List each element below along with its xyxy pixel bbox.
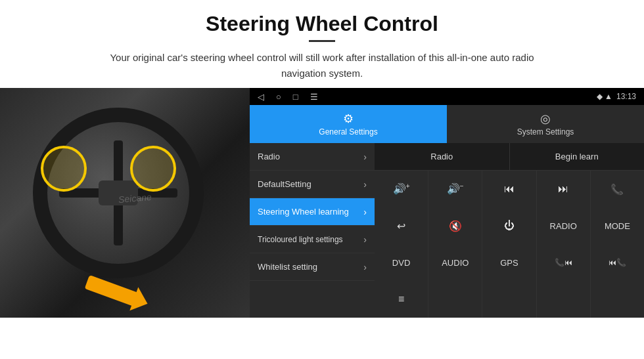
btn-empty-4 [591,281,644,318]
power-icon: ⏻ [504,220,515,232]
general-settings-icon: ⚙ [343,112,354,126]
ctrl-radio-label: Radio [375,143,510,170]
btn-list[interactable]: ≡ [375,281,428,318]
btn-mute[interactable]: 🔇 [428,207,482,244]
radio-btn-label: RADIO [550,221,577,231]
phone-icon: 📞 [610,183,624,196]
menu-icon[interactable]: ☰ [310,92,318,102]
vol-up-icon: 🔊+ [393,182,410,195]
home-icon[interactable]: ○ [276,92,281,102]
menu-label-steering: Steering Wheel learning [258,207,349,217]
highlight-circle-left [41,146,87,192]
status-bar: ◁ ○ □ ☰ ◆ ▲ 13:13 [250,88,644,105]
arrow-head [129,287,152,315]
btn-gps[interactable]: GPS [482,244,536,281]
btn-vol-down[interactable]: 🔊− [428,171,482,207]
ctrl-grid-row3: DVD AUDIO GPS 📞⏮ ⏮📞 [375,244,644,281]
btn-return[interactable]: ↩ [375,207,428,244]
controls-panel: Radio Begin learn 🔊+ 🔊− ⏮ [375,143,644,318]
status-right: ◆ ▲ 13:13 [597,92,636,101]
menu-item-tricolour[interactable]: Tricoloured light settings › [250,226,375,253]
mode-btn-label: MODE [605,221,630,231]
btn-call-prev[interactable]: 📞⏮ [537,244,590,281]
btn-power[interactable]: ⏻ [482,207,536,244]
radio-label-text: Radio [430,152,453,161]
chevron-icon-tricolour: › [363,234,367,245]
back-icon[interactable]: ◁ [258,92,264,102]
btn-empty-1 [428,281,482,318]
next-track-icon: ⏭ [558,183,568,195]
return-icon: ↩ [397,220,405,232]
arrow-indicator [85,284,138,298]
vol-down-icon: 🔊− [447,182,464,195]
prev-track-icon: ⏮ [504,183,515,195]
menu-label-tricolour: Tricoloured light settings [258,235,343,244]
clock: 13:13 [616,92,636,101]
btn-next-track[interactable]: ⏭ [537,171,590,207]
tab-general-label: General Settings [319,127,377,137]
btn-dvd[interactable]: DVD [375,244,428,281]
menu-label-radio: Radio [258,152,280,161]
page-header: Steering Wheel Control Your original car… [0,0,644,88]
begin-learn-label: Begin learn [555,152,599,161]
settings-body: Radio › DefaultSetting › Steering Wheel … [250,143,644,318]
menu-label-default: DefaultSetting [258,179,311,189]
menu-item-default[interactable]: DefaultSetting › [250,171,375,198]
call-next-icon: ⏮📞 [609,258,626,267]
sw-center-hub [99,180,138,205]
ctrl-grid-row4: ≡ [375,281,644,318]
main-content: Seicane ◁ ○ □ ☰ ◆ ▲ 13:13 ⚙ General Sett… [0,88,644,318]
recents-icon[interactable]: □ [293,92,298,102]
chevron-icon-whitelist: › [363,262,367,272]
settings-tabs: ⚙ General Settings ◎ System Settings [250,105,644,143]
btn-empty-2 [482,281,536,318]
audio-btn-label: AUDIO [442,258,469,268]
android-ui: ◁ ○ □ ☰ ◆ ▲ 13:13 ⚙ General Settings ◎ S… [250,88,644,318]
nav-icons: ◁ ○ □ ☰ [258,92,318,102]
highlight-circle-right [130,146,176,192]
ctrl-grid-row2: ↩ 🔇 ⏻ RADIO MODE [375,207,644,244]
btn-audio[interactable]: AUDIO [428,244,482,281]
chevron-icon-steering: › [363,207,367,217]
btn-empty-3 [537,281,590,318]
page-subtitle: Your original car's steering wheel contr… [92,50,552,81]
btn-call-next[interactable]: ⏮📞 [591,244,644,281]
btn-phone[interactable]: 📞 [591,171,644,207]
signal-icon: ◆ ▲ [597,92,612,101]
btn-vol-up[interactable]: 🔊+ [375,171,428,207]
btn-prev-track[interactable]: ⏮ [482,171,536,207]
tab-general[interactable]: ⚙ General Settings [250,105,447,143]
page-title: Steering Wheel Control [26,12,618,36]
call-prev-icon: 📞⏮ [555,258,572,267]
ctrl-grid-row1: 🔊+ 🔊− ⏮ ⏭ 📞 [375,171,644,207]
chevron-icon-default: › [363,179,367,190]
ctrl-begin-learn[interactable]: Begin learn [510,143,645,170]
settings-menu: Radio › DefaultSetting › Steering Wheel … [250,143,375,318]
tab-system[interactable]: ◎ System Settings [447,105,644,143]
list-icon: ≡ [398,293,404,305]
gps-btn-label: GPS [500,258,518,268]
mute-icon: 🔇 [449,220,462,232]
menu-label-whitelist: Whitelist setting [258,262,317,272]
menu-item-whitelist[interactable]: Whitelist setting › [250,253,375,281]
menu-item-steering[interactable]: Steering Wheel learning › [250,198,375,226]
steering-wheel-photo: Seicane [0,88,250,318]
tab-system-label: System Settings [517,127,574,137]
chevron-icon-radio: › [363,152,367,162]
title-divider [309,40,335,42]
btn-radio[interactable]: RADIO [537,207,590,244]
steering-wheel-outer [33,108,204,278]
menu-item-radio[interactable]: Radio › [250,143,375,171]
arrow-body [85,275,139,306]
btn-mode[interactable]: MODE [591,207,644,244]
ctrl-top-row: Radio Begin learn [375,143,644,171]
system-settings-icon: ◎ [540,112,551,126]
dvd-btn-label: DVD [392,258,410,268]
